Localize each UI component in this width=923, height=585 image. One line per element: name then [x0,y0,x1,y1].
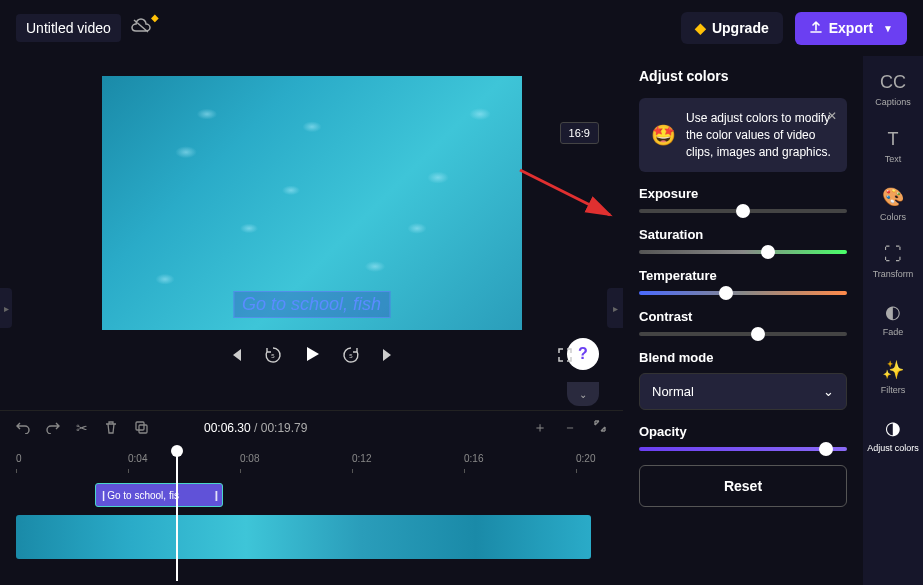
zoom-in-button[interactable]: ＋ [533,419,547,437]
forward-5s-button[interactable]: 5 [342,346,360,368]
sidebar-item-fade[interactable]: ◐Fade [883,301,904,337]
undo-button[interactable] [16,420,30,437]
fit-button[interactable] [593,419,607,437]
ruler-tick: 0:20 [576,453,595,464]
play-button[interactable] [302,344,322,370]
expand-right-handle[interactable]: ▸ [607,288,623,328]
upload-icon [809,20,823,37]
svg-rect-3 [139,425,147,433]
ruler-tick: 0:08 [240,453,259,464]
captions-icon: CC [880,72,906,93]
svg-text:5: 5 [349,353,353,359]
filters-icon: ✨ [882,359,904,381]
sidebar-item-adjust-colors[interactable]: ◑Adjust colors [867,417,919,453]
rewind-5s-button[interactable]: 5 [264,346,282,368]
export-button[interactable]: Export ▼ [795,12,907,45]
ruler-tick: 0:12 [352,453,371,464]
chevron-down-icon: ⌄ [823,384,834,399]
saturation-label: Saturation [639,227,847,242]
upgrade-button[interactable]: ◆ Upgrade [681,12,783,44]
caption-clip[interactable]: || Go to school, fis || [95,483,223,507]
sidebar-item-captions[interactable]: CCCaptions [875,72,911,107]
delete-button[interactable] [104,420,118,437]
ruler-tick: 0:04 [128,453,147,464]
ruler-tick: 0:16 [464,453,483,464]
text-icon: T [887,129,898,150]
emoji-icon: 🤩 [651,121,676,149]
info-text: Use adjust colors to modify the color va… [686,110,835,160]
sidebar-label: Transform [873,269,914,279]
cloud-sync-off-icon[interactable]: ◆ [131,18,151,39]
sidebar-label: Filters [881,385,906,395]
diamond-icon: ◆ [151,12,159,23]
collapse-button[interactable]: ⌄ [567,382,599,406]
playhead[interactable] [176,451,178,581]
ruler-tick: 0 [16,453,22,464]
close-icon[interactable]: ✕ [827,108,837,125]
sidebar-item-filters[interactable]: ✨Filters [881,359,906,395]
sidebar-item-colors[interactable]: 🎨Colors [880,186,906,222]
caption-overlay[interactable]: Go to school, fish [233,291,390,318]
video-clip[interactable] [16,515,591,559]
opacity-slider[interactable] [639,447,847,451]
transform-icon: ⛶ [884,244,902,265]
clip-handle-left[interactable]: || [102,490,103,501]
temperature-slider[interactable] [639,291,847,295]
aspect-ratio-badge[interactable]: 16:9 [560,122,599,144]
sidebar-label: Colors [880,212,906,222]
sidebar-label: Fade [883,327,904,337]
exposure-slider[interactable] [639,209,847,213]
redo-button[interactable] [46,420,60,437]
timeline-ruler[interactable]: 00:040:080:120:160:20 [16,453,607,473]
project-title[interactable]: Untitled video [16,14,121,42]
skip-forward-button[interactable] [380,347,396,367]
contrast-slider[interactable] [639,332,847,336]
blend-mode-select[interactable]: Normal ⌄ [639,373,847,410]
exposure-label: Exposure [639,186,847,201]
reset-button[interactable]: Reset [639,465,847,507]
blend-mode-value: Normal [652,384,694,399]
video-preview[interactable]: Go to school, fish [102,76,522,330]
cut-button[interactable]: ✂ [76,420,88,436]
adjust-colors-icon: ◑ [885,417,901,439]
clip-label: Go to school, fis [107,490,179,501]
svg-text:5: 5 [271,353,275,359]
export-label: Export [829,20,873,36]
chevron-down-icon: ▼ [883,23,893,34]
sidebar-label: Captions [875,97,911,107]
colors-icon: 🎨 [882,186,904,208]
upgrade-label: Upgrade [712,20,769,36]
contrast-label: Contrast [639,309,847,324]
sidebar-item-text[interactable]: TText [885,129,902,164]
duplicate-button[interactable] [134,420,148,437]
svg-rect-2 [136,422,144,430]
skip-back-button[interactable] [228,347,244,367]
timeline[interactable]: 00:040:080:120:160:20 || Go to school, f… [0,445,623,585]
sidebar-item-transform[interactable]: ⛶Transform [873,244,914,279]
info-box: 🤩 Use adjust colors to modify the color … [639,98,847,172]
clip-handle-right[interactable]: || [215,490,216,501]
blend-mode-label: Blend mode [639,350,847,365]
fade-icon: ◐ [885,301,901,323]
temperature-label: Temperature [639,268,847,283]
diamond-icon: ◆ [695,20,706,36]
sidebar-label: Text [885,154,902,164]
zoom-out-button[interactable]: － [563,419,577,437]
panel-title: Adjust colors [639,68,847,84]
fullscreen-button[interactable] [557,347,573,367]
opacity-label: Opacity [639,424,847,439]
sidebar-label: Adjust colors [867,443,919,453]
time-display: 00:06.30 / 00:19.79 [204,421,307,435]
expand-left-handle[interactable]: ▸ [0,288,12,328]
saturation-slider[interactable] [639,250,847,254]
